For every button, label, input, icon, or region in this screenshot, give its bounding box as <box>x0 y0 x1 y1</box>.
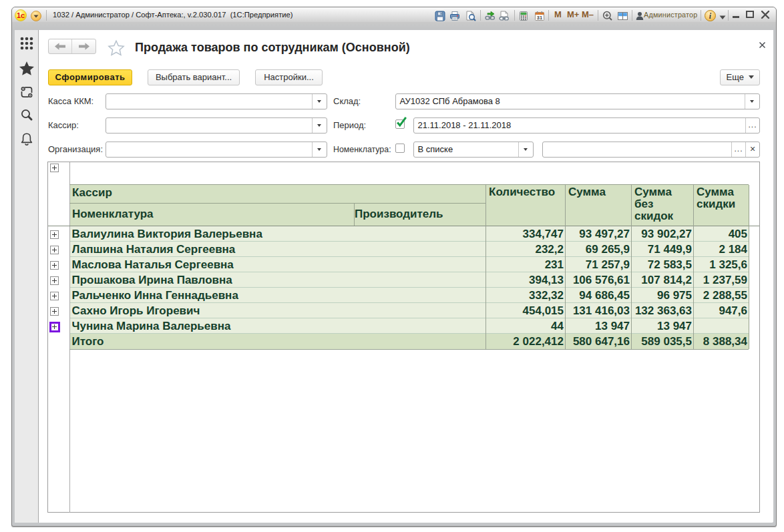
svg-text:31: 31 <box>537 15 542 21</box>
svg-text:1c: 1c <box>17 11 25 19</box>
